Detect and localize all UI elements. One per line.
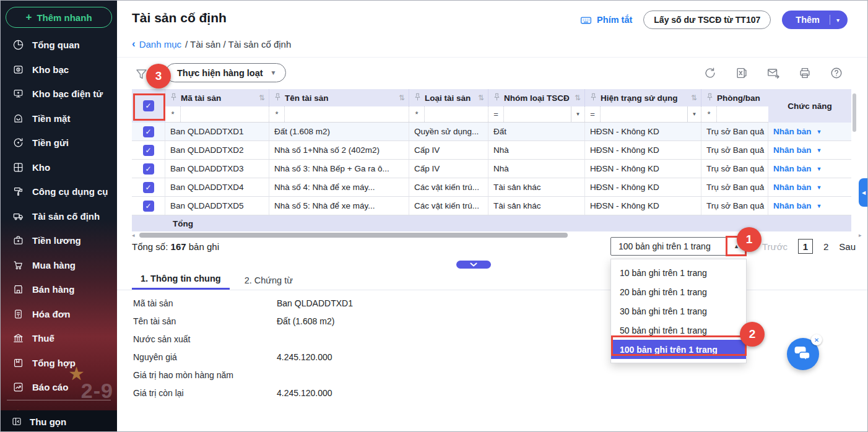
pin-icon[interactable] <box>414 93 421 103</box>
breadcrumb-danh-muc[interactable]: Danh mục <box>139 39 181 50</box>
column-header-hien-trang[interactable]: Hiện trạng sử dụng ⇅ <box>585 89 701 106</box>
filter-input[interactable] <box>284 106 409 122</box>
field-label: Nguyên giá <box>133 352 277 362</box>
sidebar-item-kho[interactable]: Kho <box>1 155 117 180</box>
get-tscd-balance-button[interactable]: Lấy số dư TSCĐ từ TT107 <box>643 11 771 29</box>
sidebar-item-tien-gui[interactable]: Tiền gửi <box>1 131 117 155</box>
table-row[interactable]: ✓ Ban QLDADDTXD5 Nhà số 5: Nhà để xe máy… <box>132 197 851 215</box>
filter-nhom-loai[interactable]: =▼ <box>488 106 585 122</box>
filter-input[interactable] <box>716 106 768 122</box>
sidebar-item-tai-san-co-dinh[interactable]: Tài sản cố định <box>1 204 117 229</box>
sidebar-item-tong-quan[interactable]: Tổng quan <box>1 33 117 58</box>
quick-add-button[interactable]: + Thêm nhanh <box>6 7 112 28</box>
table-row[interactable]: ✓ Ban QLDADDTXD1 Đất (1.608 m2) Quyền sử… <box>132 123 851 141</box>
sidebar-item-mua-hang[interactable]: Mua hàng <box>1 253 117 278</box>
page-size-option-30[interactable]: 30 bản ghi trên 1 trang <box>611 301 746 321</box>
filter-ten-tai-san[interactable]: * <box>269 106 409 122</box>
duplicate-action-button[interactable]: Nhân bản▼ <box>773 127 822 136</box>
sidebar-item-tien-mat[interactable]: Tiền mặt <box>1 106 117 131</box>
filter-input[interactable] <box>600 106 687 122</box>
pin-icon[interactable] <box>170 93 177 103</box>
sidebar-collapse-button[interactable]: Thu gọn <box>1 410 117 432</box>
duplicate-action-button[interactable]: Nhân bản▼ <box>773 183 822 192</box>
panel-collapse-button[interactable] <box>456 261 491 269</box>
column-header-loai-tai-san[interactable]: Loại tài sản ⇅ <box>409 89 488 106</box>
page-size-option-20[interactable]: 20 bản ghi trên 1 trang <box>611 282 746 301</box>
scrollbar-thumb[interactable] <box>139 233 568 238</box>
row-checkbox[interactable]: ✓ <box>143 126 154 137</box>
column-header-ten-tai-san[interactable]: Tên tài sản ⇅ <box>269 89 409 106</box>
table-row[interactable]: ✓ Ban QLDADDTXD3 Nhà số 3: Nhà Bếp + Ga … <box>132 160 851 178</box>
scroll-left-icon[interactable]: ◂ <box>132 232 138 238</box>
sidebar-item-tien-luong[interactable]: Tiền lương <box>1 228 117 253</box>
filter-input[interactable] <box>180 106 269 122</box>
pin-icon[interactable] <box>706 93 713 103</box>
table-row[interactable]: ✓ Ban QLDADDTXD2 Nhà số 1+Nhà số 2 (402m… <box>132 141 851 160</box>
collapse-panel-icon <box>11 416 22 427</box>
filter-operator[interactable]: * <box>165 110 180 119</box>
sidebar-item-bao-cao[interactable]: Báo cáo <box>1 375 117 400</box>
email-send-icon[interactable] <box>766 66 781 80</box>
scroll-right-icon[interactable]: ▸ <box>859 232 865 238</box>
sort-icon[interactable]: ⇅ <box>399 93 405 102</box>
row-checkbox[interactable]: ✓ <box>143 163 154 175</box>
row-checkbox[interactable]: ✓ <box>143 145 154 156</box>
add-split-button[interactable]: Thêm ▾ <box>782 11 848 29</box>
tab-chung-tu[interactable]: 2. Chứng từ <box>236 275 302 290</box>
pin-icon[interactable] <box>274 93 281 103</box>
sidebar-item-tong-hop[interactable]: Tổng hợp <box>1 351 117 376</box>
filter-operator[interactable]: = <box>585 110 600 119</box>
page-size-option-10[interactable]: 10 bản ghi trên 1 trang <box>611 263 746 282</box>
row-checkbox[interactable]: ✓ <box>143 201 154 212</box>
chat-close-button[interactable]: ✕ <box>811 334 822 345</box>
duplicate-action-button[interactable]: Nhân bản▼ <box>773 164 822 173</box>
sort-icon[interactable]: ⇅ <box>691 93 697 102</box>
next-page-button[interactable]: Sau <box>839 241 856 252</box>
filter-input[interactable] <box>424 106 488 122</box>
sort-icon[interactable]: ⇅ <box>575 93 581 102</box>
filter-hien-trang[interactable]: =▼ <box>585 106 701 122</box>
sidebar-item-cong-cu-dung-cu[interactable]: Công cụ dụng cụ <box>1 179 117 204</box>
column-header-phong-ban[interactable]: Phòng/ban <box>701 89 768 106</box>
page-1-button[interactable]: 1 <box>798 239 813 254</box>
filter-dropdown-icon[interactable]: ▼ <box>687 106 701 122</box>
sidebar-item-hoa-don[interactable]: Hóa đơn <box>1 302 117 327</box>
column-header-nhom-loai-tscd[interactable]: Nhóm loại TSCĐ ⇅ <box>488 89 585 106</box>
cell-ma-tai-san: Ban QLDADDTXD1 <box>165 123 269 140</box>
filter-operator[interactable]: = <box>488 110 503 119</box>
sidebar-item-kho-bac-dien-tu[interactable]: Kho bạc điện tử <box>1 82 117 106</box>
print-icon[interactable] <box>797 66 812 80</box>
filter-dropdown-icon[interactable]: ▼ <box>571 106 584 122</box>
chevron-down-icon[interactable]: ▾ <box>830 17 848 24</box>
filter-loai-tai-san[interactable]: * <box>409 106 488 122</box>
sort-icon[interactable]: ⇅ <box>478 93 484 102</box>
filter-phong-ban[interactable]: * <box>701 106 768 122</box>
page-2-button[interactable]: 2 <box>823 241 828 252</box>
filter-operator[interactable]: * <box>269 110 284 119</box>
filter-ma-tai-san[interactable]: * <box>165 106 269 122</box>
shortcut-button[interactable]: Phím tắt <box>579 14 632 27</box>
side-panel-expander[interactable]: ◀ <box>859 178 868 207</box>
sort-icon[interactable]: ⇅ <box>259 93 265 102</box>
filter-input[interactable] <box>503 106 571 122</box>
refresh-icon[interactable] <box>703 66 718 80</box>
sidebar-item-kho-bac[interactable]: Kho bạc <box>1 58 117 82</box>
help-icon[interactable] <box>829 66 844 80</box>
filter-operator[interactable]: * <box>701 110 716 119</box>
tab-thong-tin-chung[interactable]: 1. Thông tin chung <box>132 274 230 290</box>
prev-page-button[interactable]: Trước <box>762 241 788 252</box>
bulk-action-dropdown[interactable]: Thực hiện hàng loạt ▼ <box>165 63 286 82</box>
duplicate-action-button[interactable]: Nhân bản▼ <box>773 201 822 210</box>
pin-icon[interactable] <box>493 93 500 103</box>
sidebar-item-thue[interactable]: Thuế <box>1 326 117 351</box>
pin-icon[interactable] <box>590 93 597 103</box>
excel-export-icon[interactable] <box>734 66 749 80</box>
filter-operator[interactable]: * <box>409 110 424 119</box>
column-header-ma-tai-san[interactable]: Mã tài sản ⇅ <box>165 89 269 106</box>
row-checkbox[interactable]: ✓ <box>143 182 154 193</box>
duplicate-action-button[interactable]: Nhân bản▼ <box>773 145 822 155</box>
vertical-scrollbar-thumb[interactable] <box>853 93 856 132</box>
table-row[interactable]: ✓ Ban QLDADDTXD4 Nhà số 4: Nhà để xe máy… <box>132 178 851 197</box>
sidebar-item-ban-hang[interactable]: Bán hàng <box>1 277 117 302</box>
record-count-suffix: bản ghi <box>189 241 219 252</box>
